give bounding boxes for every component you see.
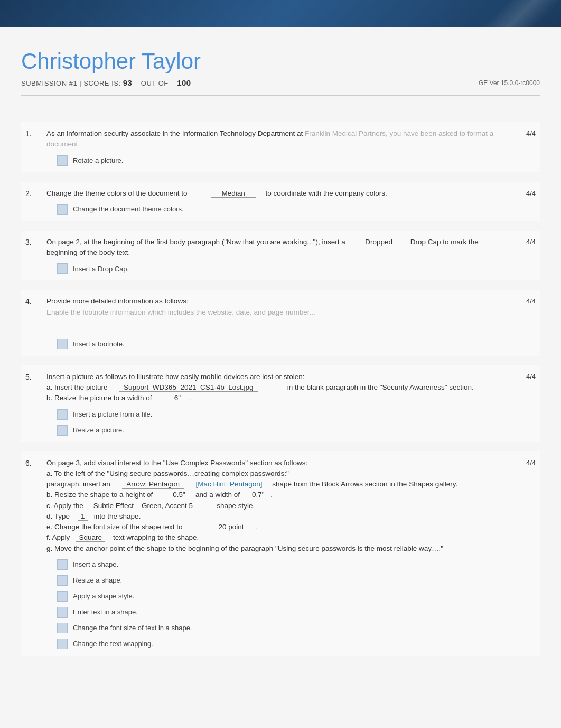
question-6-number: 6. [25, 458, 46, 649]
question-2-content: Change the theme colors of the document … [46, 188, 509, 215]
subtask-checkbox [57, 339, 68, 349]
question-3-text: On page 2, at the beginning of the first… [46, 237, 509, 259]
subtask-checkbox [57, 204, 68, 215]
question-5-subtask-1: Insert a picture from a file. [57, 409, 509, 420]
question-6-text: On page 3, add visual interest to the "U… [46, 458, 509, 554]
question-6-subtask-6: Change the text wrapping. [57, 639, 509, 649]
question-1-text: As an information security associate in … [46, 128, 509, 150]
subtask-checkbox [57, 409, 68, 420]
question-6-subtask-2: Resize a shape. [57, 575, 509, 586]
question-4: 4. Provide more detailed information as … [21, 290, 540, 356]
subtask-checkbox [57, 155, 68, 166]
question-4-score: 4/4 [509, 296, 536, 349]
question-4-content: Provide more detailed information as fol… [46, 296, 509, 349]
subtask-6f-label: Change the text wrapping. [73, 639, 153, 649]
question-2-number: 2. [25, 188, 46, 215]
subtask-3-label: Insert a Drop Cap. [73, 264, 129, 274]
question-1-number: 1. [25, 128, 46, 166]
question-1-score: 4/4 [509, 128, 536, 166]
question-2-score: 4/4 [509, 188, 536, 215]
main-container: Christopher Taylor SUBMISSION #1 | SCORE… [0, 27, 561, 728]
question-5-subtask-2: Resize a picture. [57, 425, 509, 436]
version-info: GE Ver 15.0.0-rc0000 [479, 79, 540, 87]
out-of-label: OUT OF [141, 79, 169, 87]
question-3-score: 4/4 [509, 237, 536, 274]
submission-details: SUBMISSION #1 | SCORE IS: 93 OUT OF 100 [21, 78, 191, 87]
subtask-checkbox [57, 425, 68, 436]
question-3-number: 3. [25, 237, 46, 274]
question-4-number: 4. [25, 296, 46, 349]
subtask-6c-label: Apply a shape style. [73, 591, 134, 602]
subtask-checkbox [57, 607, 68, 618]
question-5-content: Insert a picture as follows to illustrat… [46, 372, 509, 436]
question-4-text: Provide more detailed information as fol… [46, 296, 509, 318]
student-name: Christopher Taylor [21, 49, 540, 74]
question-5-score: 4/4 [509, 372, 536, 436]
question-6-subtask-3: Apply a shape style. [57, 591, 509, 602]
subtask-6d-label: Enter text in a shape. [73, 607, 138, 618]
question-1-content: As an information security associate in … [46, 128, 509, 166]
subtask-checkbox [57, 623, 68, 633]
question-2-text: Change the theme colors of the document … [46, 188, 509, 199]
question-5-text: Insert a picture as follows to illustrat… [46, 372, 509, 404]
question-5-number: 5. [25, 372, 46, 436]
subtask-checkbox [57, 559, 68, 570]
subtask-5b-label: Resize a picture. [73, 425, 124, 436]
question-6-content: On page 3, add visual interest to the "U… [46, 458, 509, 649]
question-2: 2. Change the theme colors of the docume… [21, 182, 540, 221]
question-6-subtask-5: Change the font size of text in a shape. [57, 623, 509, 633]
question-2-subtask-1: Change the document theme colors. [57, 204, 509, 215]
submission-info: SUBMISSION #1 | SCORE IS: 93 OUT OF 100 … [21, 78, 540, 96]
subtask-5a-label: Insert a picture from a file. [73, 409, 152, 420]
question-5: 5. Insert a picture as follows to illust… [21, 365, 540, 442]
question-6-score: 4/4 [509, 458, 536, 649]
subtask-checkbox [57, 591, 68, 602]
question-1-subtask-1: Rotate a picture. [57, 155, 509, 166]
question-6-subtask-4: Enter text in a shape. [57, 607, 509, 618]
question-3-subtask-1: Insert a Drop Cap. [57, 263, 509, 274]
subtask-2-label: Change the document theme colors. [73, 204, 184, 215]
question-1: 1. As an information security associate … [21, 122, 540, 172]
subtask-1-label: Rotate a picture. [73, 155, 123, 166]
max-score: 100 [177, 78, 191, 87]
question-6-subtask-1: Insert a shape. [57, 559, 509, 570]
subtask-checkbox [57, 639, 68, 649]
question-6: 6. On page 3, add visual interest to the… [21, 451, 540, 656]
subtask-6a-label: Insert a shape. [73, 559, 118, 570]
score-value: 93 [123, 78, 133, 87]
question-3: 3. On page 2, at the beginning of the fi… [21, 231, 540, 281]
subtask-checkbox [57, 263, 68, 274]
top-banner [0, 0, 561, 27]
submission-label: SUBMISSION #1 | SCORE IS: [21, 79, 121, 87]
subtask-checkbox [57, 575, 68, 586]
question-4-subtask-1: Insert a footnote. [57, 339, 509, 349]
subtask-6b-label: Resize a shape. [73, 575, 122, 586]
subtask-6e-label: Change the font size of text in a shape. [73, 623, 192, 633]
subtask-4-label: Insert a footnote. [73, 339, 125, 349]
question-3-content: On page 2, at the beginning of the first… [46, 237, 509, 274]
